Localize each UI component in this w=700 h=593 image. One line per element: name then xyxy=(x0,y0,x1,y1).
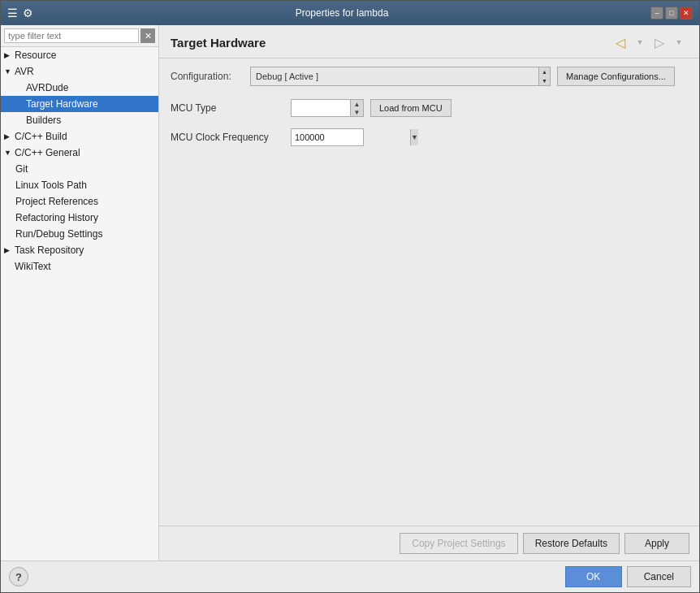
minimize-button[interactable]: – xyxy=(650,6,663,19)
mcu-type-select[interactable] xyxy=(292,102,350,115)
sidebar-item-label: Project References xyxy=(15,196,98,207)
sidebar-item-avr[interactable]: ▼ AVR xyxy=(1,63,158,80)
mcu-clock-label: MCU Clock Frequency xyxy=(171,132,284,143)
config-arrow-down[interactable]: ▼ xyxy=(539,76,550,85)
restore-defaults-button[interactable]: Restore Defaults xyxy=(523,533,620,554)
title-bar-buttons: – □ ✕ xyxy=(650,6,693,19)
arrow-icon: ▼ xyxy=(4,149,12,157)
close-button[interactable]: ✕ xyxy=(680,6,693,19)
sidebar-item-label: C/C++ General xyxy=(15,147,80,158)
mcu-clock-row: MCU Clock Frequency ▼ xyxy=(171,128,688,146)
apply-button[interactable]: Apply xyxy=(624,533,689,554)
panel-title: Target Hardware xyxy=(171,36,266,50)
help-button[interactable]: ? xyxy=(9,567,28,587)
nav-back-button[interactable]: ◁ xyxy=(611,33,629,51)
config-arrow-up[interactable]: ▲ xyxy=(539,67,550,76)
tree-container: ▶ Resource ▼ AVR AVRDude Target Hardware xyxy=(1,47,158,561)
panel-toolbar: ◁ ▼ ▷ ▼ xyxy=(611,33,688,51)
sidebar-item-label: Linux Tools Path xyxy=(15,180,87,191)
sidebar-item-label: Run/Debug Settings xyxy=(15,228,102,240)
sidebar-item-cpp-general[interactable]: ▼ C/C++ General xyxy=(1,145,158,161)
arrow-icon: ▶ xyxy=(4,246,12,254)
sidebar-item-label: AVR xyxy=(15,66,34,77)
sidebar-item-resource[interactable]: ▶ Resource xyxy=(1,47,158,63)
sidebar-item-label: Git xyxy=(15,163,28,175)
form-section: MCU Type ▲ ▼ Load from MCU xyxy=(171,99,688,146)
sidebar-item-label: Refactoring History xyxy=(15,212,98,223)
sidebar-item-label: AVRDude xyxy=(26,82,68,93)
menu-icon[interactable]: ☰ xyxy=(7,6,18,19)
action-bar: Copy Project Settings Restore Defaults A… xyxy=(159,526,699,561)
configuration-label: Configuration: xyxy=(171,71,244,82)
title-bar: ☰ ⚙ Properties for lambda – □ ✕ xyxy=(1,1,699,25)
nav-fwd-dropdown-button[interactable]: ▼ xyxy=(670,33,688,51)
dialog: ☰ ⚙ Properties for lambda – □ ✕ ✕ ▶ Reso… xyxy=(0,0,700,593)
sidebar-item-task-repository[interactable]: ▶ Task Repository xyxy=(1,242,158,258)
sidebar-item-builders[interactable]: Builders xyxy=(1,112,158,128)
mcu-clock-input[interactable] xyxy=(292,131,410,144)
sidebar-item-label: WikiText xyxy=(15,261,51,272)
content-area: ✕ ▶ Resource ▼ AVR AVRDude xyxy=(1,25,699,561)
tools-icon[interactable]: ⚙ xyxy=(23,6,33,19)
mcu-type-row: MCU Type ▲ ▼ Load from MCU xyxy=(171,99,688,117)
configuration-select-wrapper: Debug [ Active ] ▲ ▼ xyxy=(250,67,551,86)
sidebar-item-project-references[interactable]: Project References xyxy=(1,193,158,210)
load-from-mcu-button[interactable]: Load from MCU xyxy=(370,99,452,117)
arrow-icon: ▶ xyxy=(4,51,12,59)
footer-right: OK Cancel xyxy=(565,566,691,587)
ok-button[interactable]: OK xyxy=(565,566,622,587)
panel-header: Target Hardware ◁ ▼ ▷ ▼ xyxy=(159,25,699,58)
maximize-button[interactable]: □ xyxy=(665,6,678,19)
cancel-button[interactable]: Cancel xyxy=(627,566,691,587)
filter-clear-button[interactable]: ✕ xyxy=(140,28,155,43)
sidebar-item-run-debug-settings[interactable]: Run/Debug Settings xyxy=(1,226,158,242)
sidebar: ✕ ▶ Resource ▼ AVR AVRDude xyxy=(1,25,159,561)
window-title: Properties for lambda xyxy=(33,7,650,19)
manage-configurations-button[interactable]: Manage Configurations... xyxy=(557,67,675,86)
copy-project-settings-button[interactable]: Copy Project Settings xyxy=(400,533,517,554)
filter-bar: ✕ xyxy=(1,25,158,47)
sidebar-item-label: Task Repository xyxy=(15,245,84,256)
mcu-clock-dropdown-button[interactable]: ▼ xyxy=(410,129,418,145)
nav-fwd-button[interactable]: ▷ xyxy=(650,33,668,51)
nav-back-dropdown-button[interactable]: ▼ xyxy=(631,33,649,51)
sidebar-item-refactoring-history[interactable]: Refactoring History xyxy=(1,210,158,226)
filter-input[interactable] xyxy=(4,28,139,43)
sidebar-item-avrdude[interactable]: AVRDude xyxy=(1,80,158,96)
panel-body: Configuration: Debug [ Active ] ▲ ▼ Mana… xyxy=(159,58,699,526)
configuration-row: Configuration: Debug [ Active ] ▲ ▼ Mana… xyxy=(171,67,688,86)
sidebar-item-target-hardware[interactable]: Target Hardware xyxy=(1,96,158,112)
arrow-icon: ▶ xyxy=(4,132,12,141)
mcu-clock-input-wrapper: ▼ xyxy=(291,128,364,146)
main-panel: Target Hardware ◁ ▼ ▷ ▼ Configuration: D… xyxy=(159,25,699,561)
configuration-select[interactable]: Debug [ Active ] xyxy=(251,70,538,83)
sidebar-item-label: Target Hardware xyxy=(26,98,98,110)
sidebar-item-label: C/C++ Build xyxy=(15,131,67,142)
mcu-type-arrow-up[interactable]: ▲ xyxy=(351,100,363,108)
sidebar-item-git[interactable]: Git xyxy=(1,161,158,177)
mcu-type-select-wrapper: ▲ ▼ xyxy=(291,99,364,117)
footer: ? OK Cancel xyxy=(1,561,699,592)
mcu-type-arrows: ▲ ▼ xyxy=(350,100,363,116)
title-bar-left: ☰ ⚙ xyxy=(7,6,33,19)
sidebar-item-label: Builders xyxy=(26,115,61,126)
sidebar-item-label: Resource xyxy=(15,50,56,61)
sidebar-item-cpp-build[interactable]: ▶ C/C++ Build xyxy=(1,128,158,145)
sidebar-item-wikitext[interactable]: WikiText xyxy=(1,258,158,275)
sidebar-item-linux-tools-path[interactable]: Linux Tools Path xyxy=(1,177,158,193)
config-select-arrows: ▲ ▼ xyxy=(538,67,550,85)
mcu-type-arrow-down[interactable]: ▼ xyxy=(351,108,363,116)
mcu-type-label: MCU Type xyxy=(171,102,284,114)
arrow-icon: ▼ xyxy=(4,67,12,76)
